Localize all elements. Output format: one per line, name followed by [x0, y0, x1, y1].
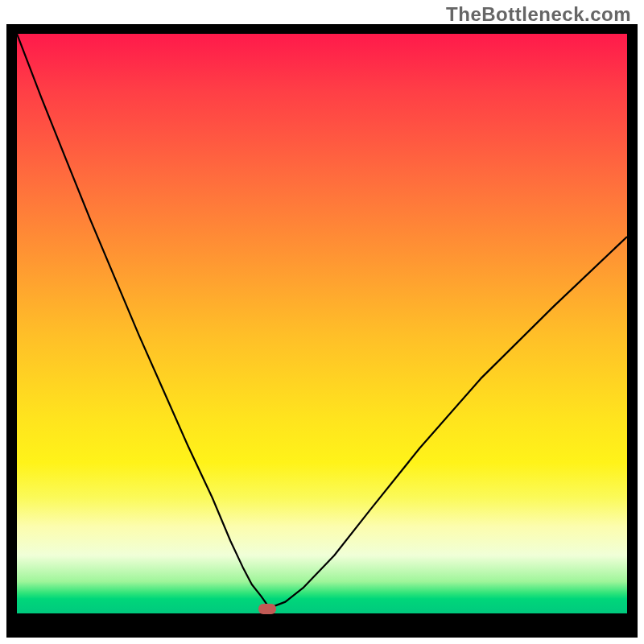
bottleneck-curve: [17, 34, 627, 613]
chart-plot-area: [17, 34, 627, 613]
watermark-text: TheBottleneck.com: [446, 3, 631, 26]
optimal-point-marker: [258, 604, 276, 614]
